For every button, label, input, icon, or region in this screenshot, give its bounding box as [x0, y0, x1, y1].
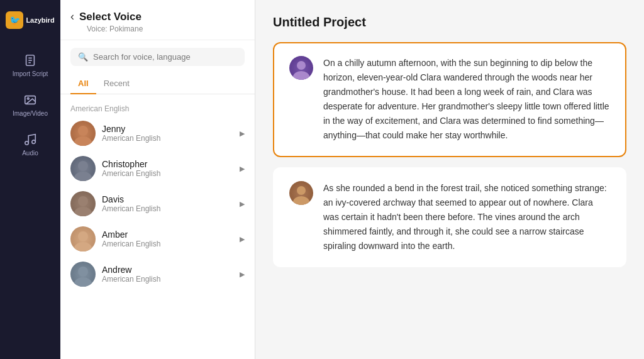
story-card-2[interactable]: As she rounded a bend in the forest trai…: [273, 167, 626, 267]
voice-avatar-christopher: [70, 156, 96, 181]
voice-panel-header: ‹ Select Voice Voice: Pokimane: [60, 0, 255, 40]
story-text-2: As she rounded a bend in the forest trai…: [323, 181, 610, 253]
play-davis-button[interactable]: ▶: [240, 200, 245, 208]
voice-info-amber: Amber American English: [102, 229, 240, 248]
svg-point-20: [297, 186, 306, 195]
play-andrew-button[interactable]: ▶: [240, 270, 245, 279]
voice-lang-davis: American English: [102, 204, 240, 213]
svg-point-19: [293, 71, 309, 80]
tab-all[interactable]: All: [70, 74, 96, 94]
tabs-row: All Recent: [60, 74, 255, 94]
sidebar-item-audio[interactable]: Audio: [5, 126, 55, 163]
sidebar-item-label: Image/Video: [13, 110, 48, 117]
svg-point-8: [78, 126, 88, 136]
voice-info-christopher: Christopher American English: [102, 159, 240, 178]
search-bar: 🔍: [70, 48, 245, 66]
play-amber-button[interactable]: ▶: [240, 235, 245, 243]
voice-item-davis[interactable]: Davis American English ▶: [60, 186, 255, 221]
voice-avatar-andrew: [70, 262, 96, 287]
story-avatar-1: [289, 56, 313, 80]
voice-avatar-amber: [70, 226, 96, 251]
voice-info-davis: Davis American English: [102, 194, 240, 213]
tab-recent[interactable]: Recent: [96, 74, 137, 94]
search-icon: 🔍: [78, 52, 88, 62]
import-script-icon: [23, 53, 38, 68]
sidebar-item-label: Audio: [22, 150, 38, 157]
back-button[interactable]: ‹: [70, 10, 74, 23]
voice-item-amber[interactable]: Amber American English ▶: [60, 221, 255, 257]
logo-icon: 🐦: [6, 11, 23, 29]
voice-panel-title: Select Voice: [79, 11, 142, 23]
voice-lang-amber: American English: [102, 240, 240, 248]
svg-point-17: [74, 277, 92, 287]
voice-info-jenny: Jenny American English: [102, 124, 240, 143]
svg-point-15: [74, 242, 92, 251]
voice-lang-christopher: American English: [102, 169, 240, 178]
voice-name-davis: Davis: [102, 194, 240, 204]
main-content: Untitled Project On a chilly autumn afte…: [255, 0, 644, 359]
voice-item-jenny[interactable]: Jenny American English ▶: [60, 116, 255, 151]
svg-point-14: [78, 231, 88, 241]
svg-point-6: [25, 141, 29, 145]
voice-group-label: American English: [60, 99, 255, 116]
audio-icon: [23, 132, 38, 147]
sidebar-item-label: Import Script: [13, 70, 48, 77]
voice-info-andrew: Andrew American English: [102, 265, 240, 284]
voice-name-amber: Amber: [102, 229, 240, 240]
voice-item-andrew[interactable]: Andrew American English ▶: [60, 257, 255, 292]
svg-point-10: [78, 161, 88, 171]
svg-point-7: [32, 140, 36, 144]
voice-avatar-davis: [70, 191, 96, 216]
voice-name-christopher: Christopher: [102, 159, 240, 169]
svg-point-5: [27, 97, 29, 99]
story-text-1: On a chilly autumn afternoon, with the s…: [323, 56, 610, 143]
voice-list: American English Jenny American English …: [60, 94, 255, 359]
story-avatar-2: [289, 181, 313, 205]
voice-lang-andrew: American English: [102, 275, 240, 284]
story-card-1[interactable]: On a chilly autumn afternoon, with the s…: [273, 42, 626, 157]
svg-point-16: [78, 267, 88, 277]
sidebar-item-import-script[interactable]: Import Script: [5, 47, 55, 84]
svg-point-12: [78, 196, 88, 206]
logo: 🐦 Lazybird: [1, 8, 59, 33]
voice-lang-jenny: American English: [102, 134, 240, 143]
svg-point-13: [74, 207, 92, 216]
voice-item-christopher[interactable]: Christopher American English ▶: [60, 151, 255, 186]
logo-text: Lazybird: [26, 16, 54, 24]
page-title: Untitled Project: [273, 15, 626, 30]
sidebar: 🐦 Lazybird Import Script Image/Video: [0, 0, 60, 359]
voice-subtitle: Voice: Pokimane: [87, 25, 245, 33]
voice-avatar-jenny: [70, 121, 96, 146]
search-input[interactable]: [93, 52, 237, 62]
play-christopher-button[interactable]: ▶: [240, 165, 245, 173]
sidebar-item-image-video[interactable]: Image/Video: [5, 86, 55, 123]
svg-point-18: [297, 61, 306, 70]
svg-point-9: [74, 136, 92, 146]
svg-point-11: [74, 172, 92, 181]
voice-panel: ‹ Select Voice Voice: Pokimane 🔍 All Rec…: [60, 0, 255, 359]
image-video-icon: [23, 92, 38, 108]
play-jenny-button[interactable]: ▶: [240, 130, 245, 138]
voice-name-jenny: Jenny: [102, 124, 240, 134]
svg-point-21: [293, 196, 309, 205]
voice-name-andrew: Andrew: [102, 265, 240, 275]
